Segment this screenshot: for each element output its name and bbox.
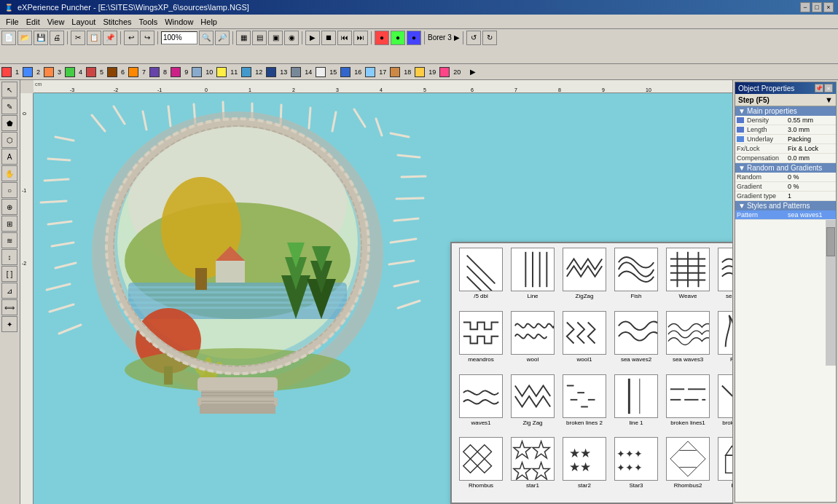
save-button[interactable]: 💾 xyxy=(34,31,48,45)
text-tool[interactable]: A xyxy=(1,149,17,165)
color-tab-num-13[interactable]: 13 xyxy=(278,67,289,77)
menu-item-help[interactable]: Help xyxy=(197,17,220,27)
color-tab-num-20[interactable]: 20 xyxy=(451,67,463,77)
color-tab-num-3[interactable]: 3 xyxy=(55,67,63,77)
color-button[interactable]: ● xyxy=(375,31,389,45)
color2-button[interactable]: ● xyxy=(391,31,405,45)
new-button[interactable]: 📄 xyxy=(1,31,16,45)
print-button[interactable]: 🖨 xyxy=(50,31,64,45)
color-tab-num-10[interactable]: 10 xyxy=(203,67,215,77)
redo-button[interactable]: ↪ xyxy=(140,31,154,45)
pattern-item-zigzag[interactable]: ZigZag xyxy=(560,248,609,309)
pattern-item-waves1[interactable]: waves1 xyxy=(456,374,506,436)
gradient-type-value[interactable]: 1 xyxy=(788,192,834,200)
pattern-item-flames[interactable]: Flames xyxy=(715,311,732,372)
color-tab-16[interactable] xyxy=(340,67,351,77)
pattern-item-star2[interactable]: ★★★★star2 xyxy=(560,437,609,498)
pattern-item-line-1[interactable]: line 1 xyxy=(611,374,661,436)
extra-tool[interactable]: ✦ xyxy=(1,316,17,332)
pattern-item-/5-dbl[interactable]: /5 dbl xyxy=(456,248,506,309)
play-button[interactable]: ▶ xyxy=(305,31,320,45)
underlay-value[interactable]: Packing xyxy=(788,135,834,143)
mirror-tool[interactable]: ⟺ xyxy=(1,299,17,315)
color-tab-num-17[interactable]: 17 xyxy=(377,67,388,77)
color-tab-5[interactable] xyxy=(86,67,96,77)
color-tab-10[interactable] xyxy=(192,67,202,77)
color-tab-num-9[interactable]: 9 xyxy=(182,67,190,77)
canvas-area[interactable]: cm -3 -2 -1 0 1 2 3 4 5 6 7 8 9 10 0 -1 … xyxy=(20,80,732,504)
vertical-scrollbar[interactable] xyxy=(826,220,836,366)
view3-button[interactable]: ▣ xyxy=(268,31,283,45)
pattern-item-rhombus2[interactable]: Rhombus2 xyxy=(663,437,713,498)
redo2-button[interactable]: ↻ xyxy=(482,31,497,45)
minimize-button[interactable]: − xyxy=(800,2,810,12)
pattern-item-sea-waves[interactable]: sea waves xyxy=(715,248,732,309)
menu-item-layout[interactable]: Layout xyxy=(68,17,98,27)
view1-button[interactable]: ▦ xyxy=(236,31,251,45)
color-tab-12[interactable] xyxy=(241,67,251,77)
angle-tool[interactable]: ⊿ xyxy=(1,283,17,299)
main-props-section[interactable]: ▼ Main properties xyxy=(735,106,836,116)
menu-item-window[interactable]: Window xyxy=(162,17,196,27)
scrollbar-thumb[interactable] xyxy=(826,227,835,256)
color-tab-18[interactable] xyxy=(390,67,400,77)
cut-button[interactable]: ✂ xyxy=(71,31,85,45)
menu-item-tools[interactable]: Tools xyxy=(136,17,161,27)
pattern-item-star3[interactable]: ✦✦✦✦✦✦Star3 xyxy=(611,437,661,498)
color-tab-num-4[interactable]: 4 xyxy=(77,67,85,77)
pattern-item-wool[interactable]: wool xyxy=(508,311,557,372)
rewind-button[interactable]: ⏮ xyxy=(337,31,352,45)
color-tab-15[interactable] xyxy=(316,67,326,77)
copy-button[interactable]: 📋 xyxy=(87,31,101,45)
compensation-value[interactable]: 0.0 mm xyxy=(788,154,834,162)
color-tab-num-12[interactable]: 12 xyxy=(253,67,265,77)
color-tab-4[interactable] xyxy=(65,67,75,77)
color-tab-2[interactable] xyxy=(23,67,33,77)
bracket-tool[interactable]: [ ] xyxy=(1,266,17,282)
pattern-item-house[interactable]: House xyxy=(715,437,732,498)
pattern-item-meandros[interactable]: meandros xyxy=(456,311,506,372)
color-tab-20[interactable] xyxy=(439,67,450,77)
color-tab-7[interactable] xyxy=(128,67,138,77)
color3-button[interactable]: ● xyxy=(407,31,421,45)
color-tab-3[interactable] xyxy=(44,67,54,77)
color-tab-num-1[interactable]: 1 xyxy=(13,67,21,77)
select-tool[interactable]: ↖ xyxy=(1,82,17,98)
color-tab-num-15[interactable]: 15 xyxy=(327,67,339,77)
color-tab-17[interactable] xyxy=(365,67,375,77)
fixlock-value[interactable]: Fix & Lock xyxy=(788,145,834,152)
color-tab-9[interactable] xyxy=(171,67,181,77)
view4-button[interactable]: ◉ xyxy=(284,31,299,45)
color-tab-num-8[interactable]: 8 xyxy=(161,67,169,77)
pattern-item-broken-lines1[interactable]: broken lines1 xyxy=(663,374,713,436)
step-row[interactable]: Step (F5) ▼ xyxy=(735,94,836,106)
pattern-item-star1[interactable]: star1 xyxy=(508,437,557,498)
pattern-item-sea-waves3[interactable]: sea waves3 xyxy=(663,311,713,372)
pattern-item-sea-waves2[interactable]: sea waves2 xyxy=(611,311,661,372)
paste-button[interactable]: 📌 xyxy=(103,31,117,45)
pattern-item-weave[interactable]: Weave xyxy=(663,248,713,309)
borer-label[interactable]: Borer 3 ▶ xyxy=(428,34,460,42)
stop-button[interactable]: ⏹ xyxy=(321,31,336,45)
menu-item-view[interactable]: View xyxy=(44,17,68,27)
pattern-item-wool1[interactable]: wool1 xyxy=(560,311,609,372)
pattern-item-zig-zag[interactable]: Zig Zag xyxy=(508,374,557,436)
color-tab-19[interactable] xyxy=(415,67,425,77)
pattern-value[interactable]: sea waves1 xyxy=(788,211,834,218)
pattern-item-fish[interactable]: Fish xyxy=(611,248,661,309)
color-tab-num-18[interactable]: 18 xyxy=(402,67,413,77)
density-value[interactable]: 0.55 mm xyxy=(788,117,834,124)
draw-tool[interactable]: ✎ xyxy=(1,98,17,114)
pattern-row[interactable]: Pattern sea waves1 xyxy=(735,210,836,220)
color-tab-num-14[interactable]: 14 xyxy=(302,67,314,77)
view2-button[interactable]: ▤ xyxy=(252,31,267,45)
pattern-item-line[interactable]: Line xyxy=(508,248,557,309)
menu-item-edit[interactable]: Edit xyxy=(23,17,43,27)
fill-tool[interactable]: ≋ xyxy=(1,232,17,248)
color-tab-14[interactable] xyxy=(291,67,301,77)
panel-close-btn[interactable]: × xyxy=(824,84,833,92)
shape-tool[interactable]: ⬟ xyxy=(1,115,17,131)
zoom-tool[interactable]: ⊕ xyxy=(1,199,17,215)
color-tab-num-16[interactable]: 16 xyxy=(352,67,364,77)
maximize-button[interactable]: □ xyxy=(812,2,822,12)
